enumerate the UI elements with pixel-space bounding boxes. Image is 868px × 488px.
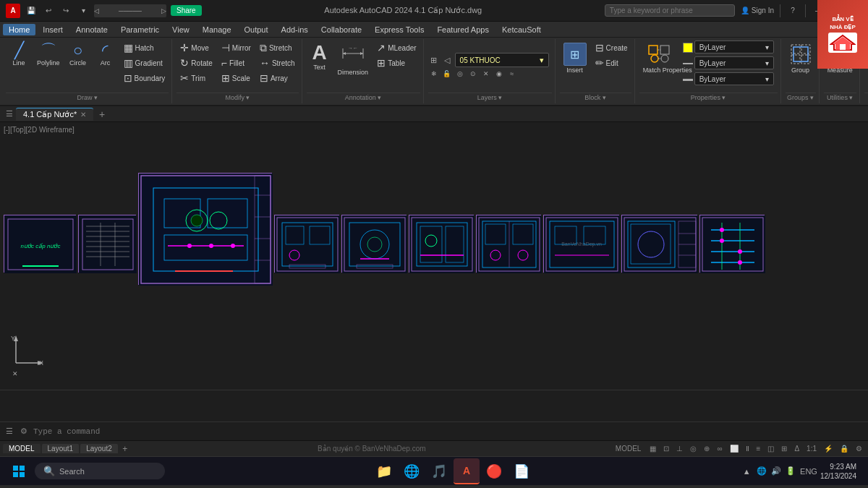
drawing-thumb-6[interactable]	[409, 215, 474, 273]
color-dropdown[interactable]: ByLayer▾	[694, 40, 774, 53]
layer-dropdown[interactable]: 05 KTHUOC ▾	[455, 53, 549, 67]
help-icon[interactable]: ?	[786, 4, 799, 17]
freeze-icon[interactable]: ❄	[428, 69, 440, 79]
share-button[interactable]: Share	[171, 5, 202, 16]
mirror-button[interactable]: ⊣Mirror	[218, 40, 255, 55]
arc-button[interactable]: ◜ Arc	[93, 40, 119, 69]
battery-icon[interactable]: 🔋	[786, 466, 796, 476]
move-button[interactable]: ✛Move	[176, 40, 216, 55]
lock-icon[interactable]: 🔓	[441, 69, 453, 79]
command-input[interactable]	[33, 427, 865, 436]
add-layout-button[interactable]: +	[119, 443, 131, 455]
transparency-toggle[interactable]: ◫	[765, 444, 777, 453]
hardware-toggle[interactable]: ⚡	[821, 444, 835, 453]
drawing-thumb-8[interactable]: BanVeNhaDep.vn	[543, 215, 619, 273]
show-desktop-btn[interactable]	[859, 458, 862, 484]
tray-icons-btn[interactable]: ▲	[741, 466, 752, 477]
menu-output[interactable]: Output	[239, 24, 274, 35]
drawing-thumb-7[interactable]	[476, 215, 541, 273]
gradient-button[interactable]: ▥Gradient	[120, 56, 169, 70]
drawing-thumb-4[interactable]	[274, 215, 339, 273]
otrack-toggle[interactable]: ∞	[714, 444, 725, 453]
layoff-icon[interactable]: ✕	[480, 69, 492, 79]
menu-collaborate[interactable]: Collaborate	[315, 24, 367, 35]
trim-button[interactable]: ✂Trim	[176, 71, 216, 85]
taskbar-chrome[interactable]: 🔴	[481, 458, 507, 484]
menu-view[interactable]: View	[166, 24, 195, 35]
polar-toggle[interactable]: ◎	[687, 444, 699, 453]
new-tab-button[interactable]: +	[95, 107, 109, 121]
boundary-button[interactable]: ⊡Boundary	[120, 71, 169, 85]
canvas-area[interactable]: [-][Top][2D Wireframe] nước cấp nước	[0, 122, 868, 390]
hatch-button[interactable]: ▦Hatch	[120, 40, 169, 55]
table-button[interactable]: ⊞Table	[373, 56, 420, 70]
doc-tab-active[interactable]: 4.1 Cấp Nước* ✕	[16, 108, 93, 121]
menu-annotate[interactable]: Annotate	[70, 24, 114, 35]
edit-block-btn[interactable]: ✏Edit	[592, 56, 631, 70]
model-label[interactable]: MODEL	[613, 444, 644, 453]
mleader-button[interactable]: ↗MLeader	[373, 40, 420, 55]
customization-icon[interactable]: ⚙	[17, 425, 30, 438]
match-properties-button[interactable]: Match Properties	[639, 40, 678, 76]
dyn-toggle[interactable]: Ⅱ	[743, 444, 752, 453]
time-display[interactable]: 9:23 AM 12/13/2024	[820, 462, 856, 481]
isolate-toggle[interactable]: 🔒	[837, 444, 851, 453]
taskbar-edge[interactable]: 🌐	[399, 458, 425, 484]
menu-insert[interactable]: Insert	[37, 24, 69, 35]
layout2-tab[interactable]: Layout2	[80, 444, 118, 453]
taskbar-music[interactable]: 🎵	[426, 458, 452, 484]
menu-addins[interactable]: Add-ins	[276, 24, 314, 35]
start-icon[interactable]: ☰	[3, 108, 16, 121]
taskbar-acrobat[interactable]: 📄	[509, 458, 535, 484]
doc-tab-close[interactable]: ✕	[80, 111, 86, 119]
annomonitor-toggle[interactable]: Δ	[791, 444, 802, 453]
quick-access-more[interactable]: ▾	[77, 4, 90, 17]
menu-parametric[interactable]: Parametric	[115, 24, 165, 35]
app-icon[interactable]: A	[6, 4, 20, 18]
line-button[interactable]: ╱ Line	[6, 40, 32, 69]
model-tab[interactable]: MODEL	[3, 444, 41, 453]
menu-icon[interactable]: ☰	[3, 425, 16, 438]
linetype-dropdown[interactable]: ByLayer▾	[694, 56, 774, 69]
menu-ketcausoft[interactable]: KetcauSoft	[496, 24, 547, 35]
drawing-thumb-5[interactable]	[341, 215, 407, 273]
volume-icon[interactable]: 🔊	[771, 466, 781, 476]
lw-toggle[interactable]: ≡	[754, 444, 764, 453]
menu-express[interactable]: Express Tools	[369, 24, 430, 35]
sel-cycling-toggle[interactable]: ⊞	[778, 444, 790, 453]
create-block-btn[interactable]: ⊟Create	[592, 40, 631, 55]
menu-featured[interactable]: Featured Apps	[431, 24, 495, 35]
dimension-button[interactable]: →← Dimension	[334, 40, 373, 78]
taskbar-file-explorer[interactable]: 📁	[371, 458, 397, 484]
drawing-thumb-3[interactable]	[138, 173, 272, 285]
copy-button[interactable]: ⧉Stretch	[256, 40, 299, 55]
circle-button[interactable]: ○ Circle	[65, 40, 91, 69]
array-button[interactable]: ⊟Array	[256, 71, 299, 85]
text-button[interactable]: A Text	[307, 40, 333, 73]
drawing-thumb-9[interactable]	[621, 215, 697, 273]
taskbar-autocad[interactable]: A	[454, 458, 480, 484]
search-bar-taskbar[interactable]: 🔍 Search	[35, 463, 165, 479]
units-toggle[interactable]: 1:1	[804, 444, 820, 453]
workspace-toggle[interactable]: ⚙	[853, 444, 865, 453]
drawing-thumb-1[interactable]: nước cấp nước	[4, 215, 76, 273]
redo-quick-btn[interactable]: ↪	[59, 4, 72, 17]
lineweight-dropdown[interactable]: ByLayer▾	[694, 72, 774, 85]
network-icon[interactable]: 🌐	[757, 466, 767, 476]
fillet-button[interactable]: ⌐Fillet	[218, 56, 255, 70]
grid-toggle[interactable]: ▦	[647, 444, 659, 453]
snap-toggle[interactable]: ⊡	[660, 444, 672, 453]
stretch-button[interactable]: ↔Stretch	[256, 56, 299, 70]
drawing-thumb-2[interactable]	[78, 215, 136, 273]
menu-home[interactable]: Home	[3, 24, 35, 35]
polyline-button[interactable]: ⌒ Polyline	[33, 40, 64, 69]
title-search-input[interactable]	[605, 4, 735, 17]
isolate-icon[interactable]: ◎	[454, 69, 466, 79]
drawing-thumb-10[interactable]	[699, 215, 765, 273]
ortho-toggle[interactable]: ⊥	[673, 444, 686, 453]
laymatch-icon[interactable]: ≈	[506, 69, 518, 79]
unisolate-icon[interactable]: ⊙	[467, 69, 479, 79]
osnap-toggle[interactable]: ⊕	[701, 444, 712, 453]
scale-button[interactable]: ⊞Scale	[218, 71, 255, 85]
layer-props-icon[interactable]: ⊞	[428, 54, 440, 66]
